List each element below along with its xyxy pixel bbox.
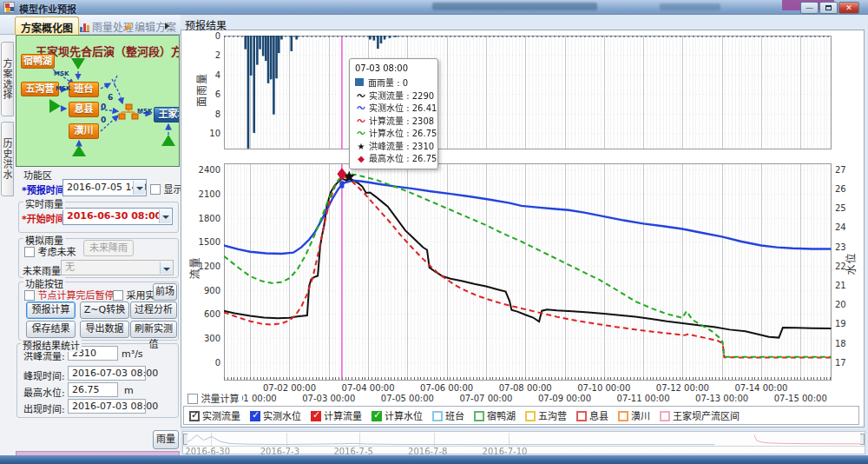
link-label-lag: 6 <box>108 93 113 102</box>
legend-item-1[interactable]: ✓实测流量 <box>189 408 240 422</box>
forecast-time-combo[interactable]: 2016-07-05 14:00 <box>62 179 147 196</box>
node-wangjiaba[interactable]: 王家坝 <box>154 107 180 123</box>
stat-label: 最高水位: <box>23 385 65 399</box>
axis-tick: 22 <box>835 262 846 271</box>
legend-item-9[interactable]: 潢川 <box>618 408 650 422</box>
future-rain-value: 无 <box>65 262 75 273</box>
range-handle-left[interactable] <box>183 434 187 445</box>
legend-checkbox-icon[interactable] <box>474 411 484 421</box>
legend-item-2[interactable]: ✓实测水位 <box>250 408 301 422</box>
stat-label: 出现时间: <box>23 401 65 415</box>
action-button-2[interactable]: Z~Q转换 <box>80 302 129 319</box>
axis-tick: 27 <box>835 165 846 175</box>
chevron-down-icon[interactable] <box>133 181 145 195</box>
legend-item-10[interactable]: 王家坝产流区间 <box>660 408 740 422</box>
tab-overflow-arrow-icon[interactable] <box>165 23 169 30</box>
legend-checkbox-icon[interactable] <box>660 411 670 421</box>
legend-item-7[interactable]: 五沟营 <box>525 408 567 422</box>
axis-tick: 0 <box>215 358 220 368</box>
show-checkbox[interactable]: 显示 <box>150 182 183 196</box>
legend-item-8[interactable]: 息县 <box>576 408 608 422</box>
maximize-button[interactable] <box>819 2 838 14</box>
future-rain-combo[interactable]: 无 <box>61 260 174 275</box>
action-button-6[interactable]: 刷新实测值 <box>130 321 177 338</box>
close-button[interactable]: ✕ <box>838 2 859 14</box>
legend-checkbox-icon[interactable]: ✓ <box>372 411 382 421</box>
rain-button[interactable]: 雨量 <box>153 430 179 449</box>
chevron-down-icon <box>160 262 172 274</box>
legend-checkbox-icon[interactable] <box>432 411 443 421</box>
time-tick-label: 07-03 00:00 <box>302 394 355 403</box>
pause-after-node-label: 节点计算完后暂停 <box>38 290 115 302</box>
flow-stage-chart[interactable] <box>224 163 832 381</box>
legend-item-4[interactable]: ✓计算水位 <box>372 408 423 422</box>
background-window-artifact <box>432 3 597 10</box>
node-bantai[interactable]: 班台 <box>69 82 99 97</box>
time-tick-label: 07-13 00:00 <box>695 394 748 403</box>
chevron-down-icon[interactable] <box>159 209 171 223</box>
checkbox-icon[interactable] <box>150 184 161 195</box>
timeline-range-selector[interactable]: 2016-6-302016-7-32016-7-52016-7-82016-7-… <box>182 431 865 454</box>
node-wugouying[interactable]: 五沟营 <box>21 82 59 96</box>
flood-volume-checkbox[interactable]: 洪量计算 <box>185 391 242 405</box>
front-field-button[interactable]: 前场 <box>153 283 177 301</box>
start-time-combo[interactable]: 2016-06-30 08:00 <box>62 208 173 225</box>
realtime-rain-label: 实时雨量 <box>23 196 65 210</box>
node-huangchuan[interactable]: 潢川 <box>69 123 99 139</box>
wave-icon: ～ <box>355 114 367 127</box>
action-button-5[interactable]: 导出数据 <box>80 321 129 338</box>
timeline-sparkline <box>183 433 865 446</box>
rainfall-chart[interactable] <box>224 36 832 149</box>
future-rain-button[interactable]: 未来降雨 <box>83 240 134 256</box>
start-time-value: 2016-06-30 08:00 <box>67 210 161 222</box>
junction-icon <box>119 104 138 119</box>
tab-scheme-diagram[interactable]: 方案概化图 <box>15 17 79 35</box>
legend-checkbox-icon[interactable] <box>525 411 536 421</box>
legend-item-6[interactable]: 宿鸭湖 <box>474 408 516 422</box>
background-window-artifact <box>660 3 720 10</box>
node-suyahu[interactable]: 宿鸭湖 <box>21 54 55 69</box>
action-button-4[interactable]: 保存结果 <box>26 321 76 338</box>
inflow-triangle-icon <box>71 58 85 70</box>
legend-item-3[interactable]: ✓计算流量 <box>311 408 362 422</box>
axis-tick: 2100 <box>199 189 220 199</box>
time-tick-label: 07-04 00:00 <box>342 383 395 393</box>
checkbox-icon[interactable] <box>24 290 35 301</box>
legend-checkbox-icon[interactable]: ✓ <box>250 411 260 421</box>
legend-item-5[interactable]: 班台 <box>432 408 464 422</box>
legend-checkbox-icon[interactable]: ✓ <box>311 411 321 421</box>
forecast-stats-label: 预报结果统计 <box>21 338 82 352</box>
maximize-icon <box>825 5 832 10</box>
time-axis-labels: 07-01 00:0007-02 00:0007-03 00:0007-04 0… <box>224 381 832 404</box>
range-handle-right[interactable] <box>860 434 865 445</box>
axis-tick: 10 <box>209 129 220 138</box>
legend-checkbox-icon[interactable] <box>576 411 587 421</box>
link-label-msk: MSK <box>137 108 152 115</box>
legend-checkbox-icon[interactable]: ✓ <box>189 411 200 421</box>
checkbox-icon[interactable] <box>187 394 198 404</box>
left-panel: 方案选择 历史洪水 <box>0 35 181 455</box>
future-rain-amount-label: 未来雨量: <box>23 263 64 277</box>
consider-future-label: 考虑未来 <box>38 247 76 258</box>
sidebar-tab-scheme-select[interactable]: 方案选择 <box>1 42 14 116</box>
tooltip-row: ～实测水位 : 26.41 <box>355 101 432 114</box>
window-title: 模型作业预报 <box>19 2 76 16</box>
sidebar-tab-history-flood[interactable]: 历史洪水 <box>1 122 14 196</box>
tooltip-row: ◆最高水位 : 26.75 <box>355 151 432 164</box>
checkbox-icon[interactable] <box>113 290 123 301</box>
time-tick-label: 07-14 00:00 <box>734 383 787 393</box>
tooltip-row: ～计算水位 : 26.75 <box>355 126 432 139</box>
inflow-triangle-icon <box>161 135 175 146</box>
node-xixian[interactable]: 息县 <box>69 102 99 117</box>
axis-tick: 24 <box>835 222 846 232</box>
minimize-button[interactable]: — <box>800 2 819 14</box>
action-button-3[interactable]: 过程分析 <box>130 302 177 319</box>
tab-edit-scheme[interactable]: 编辑方案 <box>118 17 181 35</box>
axis-tick: 23 <box>835 242 846 252</box>
action-button-1[interactable]: 预报计算 <box>26 302 76 319</box>
legend-checkbox-icon[interactable] <box>618 411 628 421</box>
link-label-msk: MSK <box>56 85 70 92</box>
scheme-diagram[interactable]: 王家坝先合后演（整河段）方案 宿鸭湖 五沟营 班台 息县 潢川 王家坝 MSK … <box>16 35 180 167</box>
checkbox-icon[interactable] <box>24 247 35 257</box>
flood-volume-label: 洪量计算 <box>201 394 240 405</box>
